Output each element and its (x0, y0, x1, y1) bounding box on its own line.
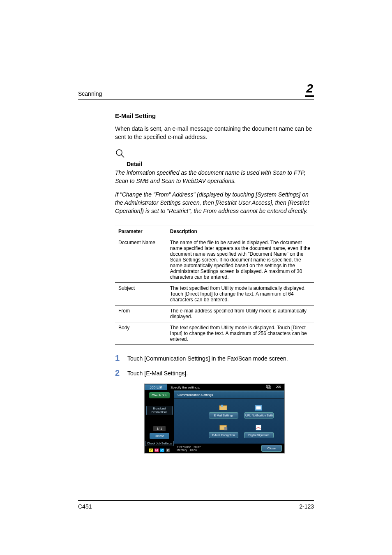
table-row: Document Name The name of the file to be… (115, 237, 314, 283)
svg-point-0 (116, 150, 122, 155)
device-sidebar: Check Job Broadcast Destinations 1/ 1 De… (145, 391, 174, 453)
page-footer: C451 2-123 (78, 500, 314, 510)
page-number: 2-123 (299, 503, 314, 510)
step-number: 1 (115, 354, 127, 362)
step-1: 1 Touch [Communication Settings] in the … (115, 354, 314, 362)
desc-cell: The e-mail address specified from Utilit… (167, 305, 314, 322)
svg-rect-4 (219, 406, 227, 410)
desc-cell: The text specified from Utility mode is … (167, 322, 314, 345)
tile-url-notification[interactable]: URL Notification Setting (244, 404, 274, 419)
detail-text-1: The information specified as the documen… (115, 169, 314, 185)
tile-digital-signature[interactable]: Digital Signature (244, 424, 274, 438)
email-encryption-icon (219, 424, 228, 431)
param-cell: Body (115, 322, 167, 345)
param-cell: Document Name (115, 237, 167, 283)
param-cell: From (115, 305, 167, 322)
svg-rect-3 (267, 386, 271, 388)
param-cell: Subject (115, 283, 167, 305)
step-2: 2 Touch [E-Mail Settings]. (115, 369, 314, 377)
table-row: Body The text specified from Utility mod… (115, 322, 314, 345)
step-number: 2 (115, 369, 127, 377)
model-number: C451 (78, 503, 92, 510)
step-text: Touch [E-Mail Settings]. (127, 369, 188, 377)
table-row: Subject The text specified from Utility … (115, 283, 314, 305)
communication-settings-tab[interactable]: Communication Settings (174, 391, 284, 399)
delete-button[interactable]: Delete (150, 433, 169, 439)
parameter-table: Parameter Description Document Name The … (115, 226, 314, 345)
step-text: Touch [Communication Settings] in the Fa… (127, 354, 288, 362)
table-header-parameter: Parameter (115, 226, 167, 237)
device-screenshot: Job List Specify the settings. 000 Check… (144, 384, 285, 453)
tile-email-encryption[interactable]: E-Mail Encryption (209, 424, 238, 438)
check-job-button[interactable]: Check Job (149, 392, 170, 398)
close-button[interactable]: Close (261, 445, 282, 452)
url-notification-icon (254, 404, 263, 412)
svg-line-1 (121, 155, 124, 157)
footer-memory-value: 100% (189, 449, 197, 451)
broadcast-destinations-button[interactable]: Broadcast Destinations (146, 406, 173, 415)
email-settings-icon (219, 404, 228, 412)
job-list-tab[interactable]: Job List (145, 384, 167, 390)
running-header: Scanning 2 (78, 82, 314, 100)
intro-paragraph: When data is sent, an e-mail message con… (115, 125, 314, 141)
tile-email-settings[interactable]: E-Mail Settings (209, 404, 238, 419)
detail-text-2: If "Change the "From" Address" (displaye… (115, 191, 314, 215)
footer-date: 11/17/2006 (177, 446, 191, 449)
desc-cell: The name of the file to be saved is disp… (167, 237, 314, 283)
panel-instruction: Specify the settings. (167, 386, 266, 389)
copies-icon (266, 385, 272, 390)
svg-rect-2 (266, 385, 270, 388)
detail-block: Detail The information specified as the … (115, 148, 314, 215)
copy-count: 000 (276, 385, 281, 390)
detail-heading: Detail (127, 161, 314, 167)
footer-memory-label: Memory (177, 449, 187, 451)
chapter-number: 2 (305, 82, 314, 97)
digital-signature-icon (254, 424, 263, 431)
section-title: E-Mail Setting (115, 112, 314, 119)
table-header-description: Description (167, 226, 314, 237)
check-job-settings-button[interactable]: Check Job Settings (145, 441, 174, 446)
page-indicator: 1/ 1 (153, 426, 165, 431)
svg-rect-7 (256, 406, 261, 409)
running-header-section: Scanning (78, 90, 102, 97)
magnifier-icon (115, 148, 125, 158)
svg-rect-9 (224, 427, 227, 430)
table-row: From The e-mail address specified from U… (115, 305, 314, 322)
desc-cell: The text specified from Utility mode is … (167, 283, 314, 305)
svg-rect-5 (221, 405, 224, 407)
settings-panel: E-Mail Settings URL Notification Setting… (174, 399, 284, 444)
toner-indicator: YMCK (149, 449, 170, 452)
footer-time: 20:07 (194, 446, 201, 449)
